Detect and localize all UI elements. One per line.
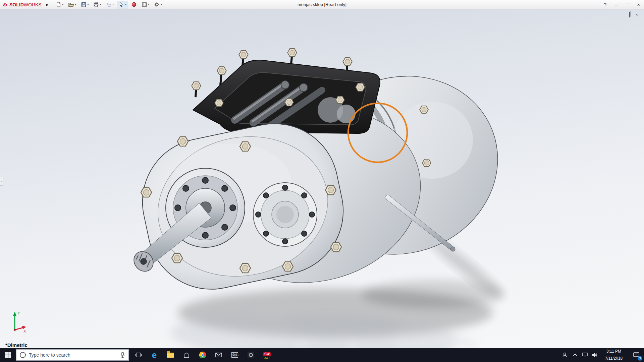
taskbar-apps: e &gt;_ <box>130 348 275 362</box>
dropdown-caret-icon[interactable]: ▾ <box>148 3 150 6</box>
taskbar-search[interactable] <box>16 349 129 361</box>
reference-triad: Y X <box>5 310 28 334</box>
dropdown-caret-icon[interactable]: ▾ <box>100 3 101 6</box>
undo-button[interactable]: ▾ <box>104 1 116 8</box>
undo-arrow-icon <box>106 2 112 7</box>
document-title: menjac sklop [Read-only] <box>298 2 346 7</box>
graphics-viewport[interactable]: – × ‹ <box>0 9 644 348</box>
notification-badge: 3 <box>638 356 642 361</box>
doc-minimize-button[interactable]: – <box>622 12 624 17</box>
clock-date: 7/11/2018 <box>605 356 623 361</box>
doc-restore-button[interactable] <box>629 12 630 17</box>
options-button[interactable]: ▾ <box>152 1 164 8</box>
command-prompt-icon: &gt;_ <box>231 352 238 358</box>
chrome-icon <box>199 351 206 359</box>
action-center-button[interactable]: 3 <box>629 348 644 362</box>
dark-app-icon <box>248 352 254 358</box>
volume-button[interactable] <box>590 348 599 362</box>
logo-text-solid: SOLID <box>9 2 24 7</box>
windows-logo-icon <box>5 352 11 358</box>
save-button[interactable]: ▾ <box>79 1 91 8</box>
clock-time: 3:11 PM <box>606 349 621 354</box>
table-grid-icon <box>142 2 147 7</box>
new-document-button[interactable]: ▾ <box>54 1 65 8</box>
new-document-icon <box>56 2 61 7</box>
red-sphere-icon <box>131 2 137 7</box>
task-view-button[interactable] <box>130 348 146 362</box>
dropdown-caret-icon[interactable]: ▾ <box>62 3 64 6</box>
store-bag-icon <box>183 352 190 358</box>
microphone-icon[interactable] <box>120 352 125 358</box>
help-button[interactable]: ? <box>600 0 611 9</box>
file-explorer-button[interactable] <box>162 348 178 362</box>
dropdown-caret-icon[interactable]: ▾ <box>113 3 114 6</box>
start-button[interactable] <box>0 348 16 362</box>
solidworks-taskbar-button[interactable]: SW 2017 <box>259 348 275 362</box>
dropdown-caret-icon[interactable]: ▾ <box>88 3 89 6</box>
select-cursor-icon <box>118 2 124 7</box>
file-explorer-icon <box>167 353 174 358</box>
people-icon <box>562 352 568 358</box>
dropdown-caret-icon[interactable]: ▾ <box>75 3 76 6</box>
task-view-icon <box>135 352 142 358</box>
window-controls: ? – × <box>600 0 644 9</box>
people-button[interactable] <box>559 348 571 362</box>
doc-close-button[interactable]: × <box>635 12 638 17</box>
restore-icon <box>629 12 630 17</box>
app-button-9[interactable] <box>243 348 259 362</box>
triad-x-label: X <box>23 329 26 333</box>
gear-icon <box>154 2 160 7</box>
solidworks-app-icon: SW 2017 <box>263 351 271 359</box>
maximize-button[interactable] <box>622 0 633 9</box>
chevron-up-icon <box>573 354 577 357</box>
edge-button[interactable]: e <box>146 348 162 362</box>
menu-flyout-arrow-icon[interactable]: ▶ <box>46 3 49 6</box>
speaker-icon <box>591 352 597 358</box>
chrome-button[interactable] <box>195 348 211 362</box>
open-button[interactable]: ▾ <box>66 1 78 8</box>
clock[interactable]: 3:11 PM 7/11/2018 <box>599 348 629 362</box>
triad-y-label: Y <box>17 311 20 315</box>
open-folder-icon <box>68 2 74 7</box>
appearance-button[interactable] <box>129 1 139 8</box>
mail-button[interactable] <box>211 348 227 362</box>
dropdown-caret-icon[interactable]: ▾ <box>125 3 126 6</box>
feature-panel-collapse-toggle[interactable]: ‹ <box>0 177 3 186</box>
dropdown-caret-icon[interactable]: ▾ <box>161 3 162 6</box>
solidworks-logo: SOLIDWORKS <box>0 2 45 8</box>
select-tool-button[interactable]: ▾ <box>117 1 128 8</box>
cortana-icon[interactable] <box>20 352 26 358</box>
mail-envelope-icon <box>215 352 222 358</box>
document-window-controls: – × <box>622 12 638 17</box>
tray-overflow-button[interactable] <box>571 348 580 362</box>
edge-icon: e <box>152 351 157 359</box>
network-icon <box>582 352 588 358</box>
sw-year: 2017 <box>263 357 271 359</box>
print-button[interactable]: ▾ <box>92 1 103 8</box>
command-prompt-button[interactable]: &gt;_ <box>227 348 243 362</box>
store-button[interactable] <box>178 348 195 362</box>
minimize-button[interactable]: – <box>611 0 622 9</box>
top-cover <box>192 49 380 133</box>
secondary-flange <box>253 183 317 246</box>
logo-text-works: WORKS <box>24 2 42 7</box>
solidworks-logo-icon <box>3 2 8 7</box>
save-floppy-icon <box>81 2 87 7</box>
system-tray: 3:11 PM 7/11/2018 3 <box>559 348 644 362</box>
gearbox-3d-model[interactable] <box>0 9 644 348</box>
evaluate-table-button[interactable]: ▾ <box>140 1 151 8</box>
search-input[interactable] <box>29 352 117 358</box>
printer-icon <box>93 2 99 7</box>
network-button[interactable] <box>580 348 590 362</box>
sw-badge: SW <box>263 352 271 356</box>
windows-taskbar: e &gt;_ <box>0 348 644 362</box>
maximize-icon <box>626 3 629 6</box>
view-orientation-label: *Dimetric <box>5 342 28 348</box>
close-button[interactable]: × <box>633 0 644 9</box>
titlebar: SOLIDWORKS ▶ ▾ ▾ ▾ ▾ ▾ ▾ ▾ ▾ menjac sklo… <box>0 0 644 9</box>
